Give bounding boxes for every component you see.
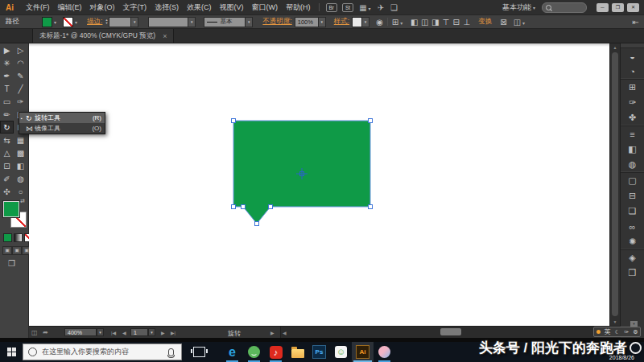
close-icon[interactable]: × [163,32,167,40]
tool-button[interactable]: ▶ [0,43,14,56]
taskbar-app-music[interactable]: ♪ [265,342,287,362]
panel-icon[interactable]: ≡ [621,125,644,142]
drawing-mode-button[interactable]: ▣ [12,246,22,255]
taskbar-app-smiley[interactable]: ☺ [330,342,352,362]
align-button[interactable]: ◫ [419,18,430,27]
chevron-down-icon[interactable] [188,17,196,27]
horizontal-scroll-thumb[interactable] [440,328,461,335]
style-label[interactable]: 样式: [334,17,349,27]
bridge-button[interactable]: St [342,3,353,12]
taskbar-app-messenger[interactable] [243,342,265,362]
panel-icon[interactable]: ◈ [621,249,644,265]
menu-item[interactable]: 编辑(E) [54,2,86,13]
tool-button[interactable]: ◍ [14,172,27,185]
stroke-weight-label[interactable]: 描边: [87,17,102,27]
tool-button[interactable]: T [0,82,14,95]
scroll-down-icon[interactable]: ▼ [610,318,620,326]
panel-icon[interactable]: ◍ [621,157,644,172]
app-search-box[interactable] [542,2,587,13]
panel-menu-icon[interactable]: ⇤ [633,18,639,27]
transform-link[interactable]: 变换 [478,17,492,27]
tool-button[interactable]: ╱ [14,82,27,95]
last-artboard-icon[interactable]: ▶| [171,330,175,335]
scroll-up-icon[interactable]: ▲ [610,43,620,51]
taskbar-app-edge[interactable]: e [221,342,243,362]
taskbar-search-box[interactable]: 在这里输入你要搜索的内容 [23,343,182,360]
status-expand-icon[interactable]: ▶ [270,330,275,335]
tool-button[interactable]: ✏ [0,108,14,121]
screen-mode-icon[interactable]: ❏ [390,3,398,12]
panel-icon[interactable]: ∞ [621,219,644,234]
align-button[interactable]: ◨ [430,18,440,27]
anchor-point[interactable] [232,205,236,209]
chevron-down-icon[interactable] [148,328,155,336]
shape-mode-icon[interactable]: ◫ [514,18,525,27]
horizontal-scrollbar[interactable]: ◀ ▶ [280,327,621,338]
menu-item[interactable]: 帮助(H) [282,2,315,13]
flyout-item[interactable]: ↻ 旋转工具 (R) [19,113,105,123]
panel-icon[interactable]: ❒ [621,265,644,281]
panel-icon[interactable]: ▢ [621,172,644,188]
next-artboard-icon[interactable]: ▶ [161,330,165,335]
restore-button[interactable]: ❐ [612,3,624,12]
stroke-weight-stepper[interactable]: ▲▼ [105,19,108,25]
panel-icon[interactable]: ◒ [621,48,644,64]
align-button[interactable]: ⊤ [440,18,451,27]
panel-icon[interactable]: ✤ [621,110,644,125]
align-button[interactable]: ⊟ [451,18,461,27]
panel-icon[interactable]: ✺ [621,234,644,249]
bounding-box-icon[interactable]: ⊠ [500,18,506,27]
fill-proxy-swatch[interactable] [3,201,19,217]
previous-artboard-icon[interactable]: ◀ [122,330,126,335]
tool-button[interactable]: ▦ [14,134,27,146]
first-artboard-icon[interactable]: |◀ [111,330,116,335]
taskbar-app-illustrator[interactable]: Ai [352,342,374,362]
close-button[interactable]: ✕ [627,3,639,12]
brush-definition-field[interactable]: 基本 [204,17,246,27]
drawing-mode-button[interactable]: ▣ [2,246,12,255]
menu-item[interactable]: 效果(C) [183,2,216,13]
ime-collapse-tab[interactable]: ▼ [630,321,638,327]
panel-icon[interactable]: ⊟ [621,188,644,204]
menu-item[interactable]: 文件(F) [22,2,54,13]
chevron-right-icon[interactable] [319,17,326,27]
anchor-point[interactable] [242,205,246,209]
isolate-selection-icon[interactable]: ⊞ [392,18,402,27]
chevron-down-icon[interactable] [246,17,253,27]
opacity-label[interactable]: 不透明度: [262,17,291,27]
tool-button[interactable]: ✳ [0,56,14,69]
anchor-point[interactable] [232,119,236,123]
vertical-scrollbar[interactable]: ▲ ▼ [609,43,620,326]
anchor-point[interactable] [269,205,273,209]
change-screen-mode-icon[interactable]: ❐ [8,259,15,268]
menu-item[interactable]: 选择(S) [151,2,183,13]
color-button[interactable] [3,233,12,242]
gradient-button[interactable] [14,233,23,242]
tool-button[interactable]: ◠ [14,56,27,69]
menu-item[interactable]: 文字(T) [119,2,151,13]
status-icon[interactable]: ➦ [43,329,48,336]
opacity-field[interactable]: 100% [295,17,319,27]
tool-button[interactable]: ▩ [14,146,27,159]
menu-item[interactable]: 窗口(W) [248,2,283,13]
task-view-button[interactable] [188,342,210,362]
panel-icon[interactable]: ◧ [621,142,644,157]
stroke-color-swatch[interactable] [63,17,73,27]
ime-settings-icon[interactable]: ⚙ [633,329,638,335]
panel-icon[interactable]: ✑ [621,95,644,110]
ime-pen-icon[interactable]: ✑ [624,329,629,335]
tool-button[interactable]: ⊡ [0,159,14,172]
tool-button[interactable]: ✑ [14,95,27,108]
status-icon[interactable]: ◫ [31,329,38,336]
fill-color-swatch[interactable] [42,17,52,27]
workspace-switcher[interactable]: 基本功能 [502,2,535,13]
document-tab[interactable]: 未标题-1* @ 400% (CMYK/GPU 预览) × [32,29,174,43]
start-button[interactable] [0,342,23,362]
panel-icon[interactable]: ◔ [621,64,644,79]
scroll-left-icon[interactable]: ◀ [283,330,287,335]
anchor-point[interactable] [369,205,373,209]
recolor-artwork-icon[interactable]: ◉ [376,18,383,27]
align-button[interactable]: ◧ [409,18,419,27]
flyout-item[interactable]: ⋈ 镜像工具 (O) [19,123,105,134]
tool-button[interactable]: ✣ [0,185,14,198]
